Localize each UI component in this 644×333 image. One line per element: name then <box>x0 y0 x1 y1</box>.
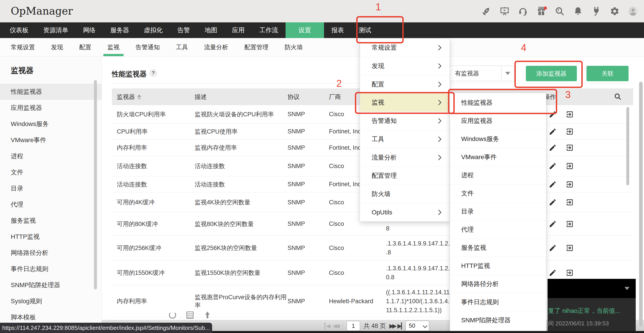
nav-item[interactable]: 设置 <box>286 22 324 38</box>
subnav-item[interactable]: 配置 <box>71 38 99 56</box>
sidebar-item[interactable]: SNMP陷阱处理器 <box>0 277 102 293</box>
edit-icon[interactable] <box>549 144 557 152</box>
nav-item[interactable]: 报表 <box>324 22 351 38</box>
sidebar-item[interactable]: 目录 <box>0 180 102 196</box>
bell-icon[interactable] <box>573 6 583 16</box>
settings-menu-item[interactable]: 告警通知 <box>360 112 450 130</box>
gear-icon[interactable] <box>610 6 620 16</box>
edit-icon[interactable] <box>549 128 557 136</box>
presentation-icon[interactable] <box>500 6 510 16</box>
export-icon[interactable] <box>566 244 574 252</box>
table-row[interactable]: 可用的256K缓冲 监视256K块的空闲数量 SNMP Cisco .1.3.6… <box>112 236 633 260</box>
col-protocol[interactable]: 协议 <box>288 93 327 101</box>
sidebar-item[interactable]: 网络路径分析 <box>0 245 102 261</box>
sidebar-item[interactable]: 服务监视 <box>0 212 102 229</box>
submenu-item[interactable]: 事件日志规则 <box>450 293 546 311</box>
subnav-item[interactable]: 防火墙 <box>276 38 311 56</box>
submenu-item[interactable]: HTTP监视 <box>450 257 546 275</box>
sidebar-item[interactable]: 性能监视器 <box>0 84 102 100</box>
more-menu-icon[interactable] <box>632 3 641 13</box>
edit-icon[interactable] <box>549 220 557 228</box>
sidebar-item[interactable]: HTTP监视 <box>0 229 102 245</box>
nav-item[interactable]: 网络 <box>76 22 103 38</box>
headset-icon[interactable] <box>518 6 528 16</box>
submenu-item[interactable]: VMware事件 <box>450 148 546 166</box>
nav-item[interactable]: 工作流 <box>252 22 286 38</box>
sidebar-item[interactable]: 代理 <box>0 196 102 212</box>
nav-item[interactable]: 测试 <box>351 22 378 38</box>
edit-icon[interactable] <box>549 162 557 170</box>
export-icon[interactable] <box>566 162 574 170</box>
next-page-button[interactable]: ▶▶ <box>389 322 395 330</box>
export-icon[interactable] <box>566 198 574 206</box>
page-number-input[interactable] <box>346 321 360 331</box>
subnav-item[interactable]: 常规设置 <box>3 38 43 56</box>
subnav-item[interactable]: 配置管理 <box>236 38 276 56</box>
nav-item[interactable]: 地图 <box>197 22 225 38</box>
edit-icon[interactable] <box>549 110 557 118</box>
rocket-icon[interactable] <box>481 6 492 16</box>
search-icon[interactable] <box>554 6 565 16</box>
column-chooser-icon[interactable] <box>186 312 194 319</box>
first-page-button[interactable]: ◀ <box>324 322 329 330</box>
settings-menu-item[interactable]: 配置 <box>360 75 450 94</box>
page-scrollbar[interactable] <box>639 82 643 327</box>
sidebar-item[interactable]: Syslog规则 <box>0 293 102 309</box>
prev-page-button[interactable]: ◀◀ <box>332 322 338 330</box>
nav-item[interactable]: 告警 <box>170 22 197 38</box>
submenu-item[interactable]: SNMP陷阱处理器 <box>450 311 546 329</box>
collapse-caret-icon[interactable] <box>624 287 630 290</box>
settings-menu-item[interactable]: 监视 <box>360 94 450 112</box>
settings-menu-item[interactable]: 发现 <box>360 57 450 76</box>
export-icon[interactable] <box>566 220 574 228</box>
export-icon[interactable] <box>566 269 574 277</box>
settings-menu-item[interactable]: 工具 <box>360 130 450 148</box>
nav-item[interactable]: 虚拟化 <box>136 22 170 38</box>
submenu-item[interactable]: 文件 <box>450 184 546 202</box>
table-search-icon[interactable] <box>614 93 622 100</box>
refresh-icon[interactable] <box>169 312 176 319</box>
help-icon[interactable]: ? <box>149 69 157 77</box>
edit-icon[interactable] <box>549 244 557 252</box>
subnav-item[interactable]: 发现 <box>43 38 71 56</box>
settings-menu-item[interactable]: 流量分析 <box>360 148 450 167</box>
export-icon[interactable] <box>566 180 574 188</box>
col-monitor[interactable]: 监视器 <box>117 94 135 100</box>
sidebar-item[interactable]: Windows服务 <box>0 116 102 132</box>
select-caret-segment[interactable] <box>501 66 514 81</box>
export-icon[interactable] <box>566 110 574 118</box>
settings-menu-item[interactable]: 防火墙 <box>360 185 450 204</box>
edit-icon[interactable] <box>549 269 557 277</box>
sidebar-scrollbar[interactable] <box>94 80 97 289</box>
sidebar-item[interactable]: 应用监视器 <box>0 100 102 116</box>
sidebar-item[interactable]: VMware事件 <box>0 132 102 148</box>
export-icon[interactable] <box>566 144 574 152</box>
edit-icon[interactable] <box>549 198 557 206</box>
settings-menu-item[interactable]: 常规设置 <box>360 39 450 57</box>
sidebar-item[interactable]: 文件 <box>0 164 102 180</box>
plug-icon[interactable] <box>591 6 602 16</box>
submenu-item[interactable]: 性能监视器 <box>450 94 546 112</box>
submenu-item[interactable]: 网络路径分析 <box>450 275 546 293</box>
export-icon[interactable] <box>566 128 574 136</box>
submenu-item[interactable]: 进程 <box>450 166 546 184</box>
submenu-item[interactable]: 目录 <box>450 202 546 221</box>
subnav-item[interactable]: 工具 <box>168 38 196 56</box>
table-scrollbar[interactable] <box>626 107 629 185</box>
last-page-button[interactable]: ▶ <box>398 322 402 330</box>
sort-icons[interactable] <box>137 94 141 100</box>
nav-item[interactable]: 应用 <box>225 22 252 38</box>
export-up-icon[interactable] <box>204 312 211 319</box>
submenu-item[interactable]: 代理 <box>450 221 546 239</box>
add-monitor-button[interactable]: 添加监视器 <box>526 66 577 81</box>
submenu-item[interactable]: Windows服务 <box>450 130 546 148</box>
subnav-item[interactable]: 监视 <box>99 38 128 56</box>
nav-item[interactable]: 服务器 <box>103 22 136 38</box>
gift-icon[interactable] <box>536 6 546 16</box>
submenu-item[interactable]: 应用监视器 <box>450 112 546 130</box>
settings-menu-item[interactable]: OpUtils <box>360 203 450 221</box>
submenu-item[interactable]: 服务监视 <box>450 239 546 257</box>
nav-item[interactable]: 资源清单 <box>36 22 76 38</box>
associate-button[interactable]: 关联 <box>586 66 628 81</box>
edit-icon[interactable] <box>549 180 557 188</box>
